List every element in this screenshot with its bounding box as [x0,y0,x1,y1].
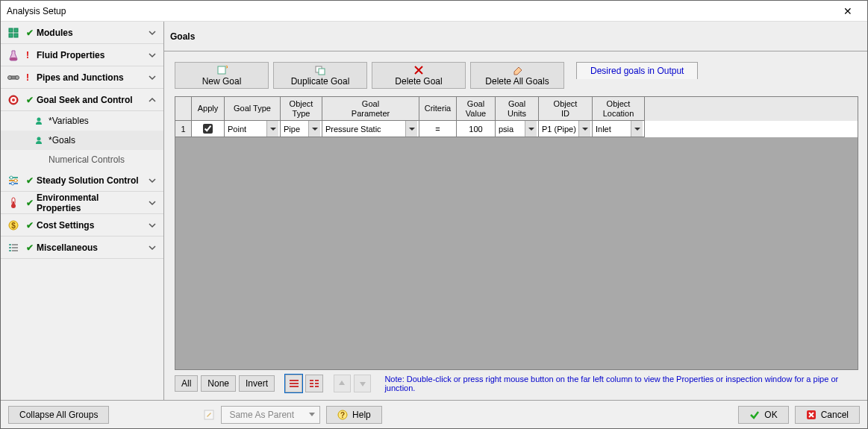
table-row[interactable]: 1 Point Pipe Pressure Static = 100 psia … [175,121,858,137]
person-icon [34,116,44,126]
chevron-down-icon [147,29,157,37]
svg-rect-34 [290,383,299,384]
svg-rect-36 [310,380,313,381]
cell-object-id[interactable]: P1 (Pipe) [539,121,593,137]
status-warning-icon: ! [26,72,31,83]
sidebar-label: Modules [37,28,141,38]
svg-text:$: $ [11,222,16,230]
sidebar-sub-goals[interactable]: *Goals [1,131,163,150]
svg-rect-0 [9,28,13,32]
selection-bar: All None Invert Note: Double-click or pr… [175,370,858,400]
sidebar-sub-label: *Goals [49,135,75,145]
svg-rect-26 [12,247,18,248]
row-number[interactable]: 1 [175,121,192,137]
status-check-icon: ✔ [26,242,31,253]
list-icon [7,241,20,254]
cell-criteria[interactable]: = [419,121,457,137]
cell-apply[interactable] [192,121,225,137]
col-header-object-id[interactable]: ObjectID [539,97,593,121]
cell-goal-units[interactable]: psia [496,121,539,137]
dropdown-button[interactable] [405,121,417,137]
chevron-down-icon [147,244,157,251]
svg-rect-25 [9,247,11,248]
select-none-button[interactable]: None [201,375,236,392]
duplicate-icon [314,65,326,75]
new-goal-button[interactable]: ✶ New Goal [175,62,269,89]
select-invert-button[interactable]: Invert [239,375,275,392]
status-check-icon: ✔ [26,220,31,231]
cell-goal-parameter[interactable]: Pressure Static [322,121,419,137]
col-header-object-location[interactable]: ObjectLocation [593,97,645,121]
dollar-icon: $ [7,219,20,232]
sidebar-sub-numerical-controls[interactable]: Numerical Controls [1,150,163,169]
sidebar: ✔ Modules ! Fluid Properties ! Pipes and… [1,22,164,400]
ok-button[interactable]: OK [738,406,788,424]
apply-checkbox[interactable] [203,124,213,134]
dropdown-button[interactable] [578,121,590,137]
grid-body: 1 Point Pipe Pressure Static = 100 psia … [175,121,858,369]
status-check-icon: ✔ [26,198,31,208]
col-header-goal-units[interactable]: GoalUnits [496,97,539,121]
svg-point-10 [37,118,41,122]
sidebar-item-modules[interactable]: ✔ Modules [1,22,163,44]
sidebar-sub-variables[interactable]: *Variables [1,111,163,131]
dropdown-button[interactable] [266,121,278,137]
svg-rect-27 [9,250,11,251]
delete-goal-button[interactable]: Delete Goal [372,62,466,89]
sidebar-item-cost-settings[interactable]: $ ✔ Cost Settings [1,214,163,237]
sidebar-item-pipes-junctions[interactable]: ! Pipes and Junctions [1,66,163,89]
grid-header-row: Apply Goal Type ObjectType GoalParameter… [175,97,858,121]
col-header-criteria[interactable]: Criteria [419,97,457,121]
target-icon [7,93,20,107]
svg-point-17 [11,182,14,185]
sidebar-sub-label: *Variables [49,116,89,126]
collapse-all-groups-button[interactable]: Collapse All Groups [8,406,109,424]
col-header-object-type[interactable]: ObjectType [281,97,322,121]
col-header-goal-value[interactable]: GoalValue [457,97,496,121]
svg-rect-41 [315,386,319,387]
main-panel: Goals ✶ New Goal Duplicate Goal Delete G… [164,22,867,400]
dropdown-button[interactable] [631,121,643,137]
chevron-down-icon [147,51,157,59]
cell-goal-type[interactable]: Point [225,121,281,137]
body: ✔ Modules ! Fluid Properties ! Pipes and… [1,22,867,400]
tab-desired-goals-output[interactable]: Desired goals in Output [576,62,698,79]
footer: Collapse All Groups Same As Parent ? Hel… [1,400,867,428]
svg-rect-3 [14,34,18,37]
sidebar-item-goal-seek-control[interactable]: ✔ Goal Seek and Control [1,89,163,111]
move-down-button[interactable] [354,375,371,392]
same-as-parent-dropdown[interactable]: Same As Parent [221,406,320,424]
sidebar-label: Pipes and Junctions [37,72,141,83]
check-icon [749,410,760,420]
sidebar-item-fluid-properties[interactable]: ! Fluid Properties [1,44,163,66]
help-button[interactable]: ? Help [326,406,382,424]
chevron-down-icon [147,74,157,81]
cancel-button[interactable]: Cancel [795,406,860,424]
sidebar-label: Miscellaneous [37,242,141,253]
col-header-apply[interactable]: Apply [192,97,225,121]
dropdown-button[interactable] [525,121,537,137]
dropdown-button[interactable] [308,121,320,137]
move-up-button[interactable] [334,375,351,392]
view-mode-1-button[interactable] [285,375,302,392]
col-header-goal-parameter[interactable]: GoalParameter [322,97,419,121]
cell-object-type[interactable]: Pipe [281,121,322,137]
svg-point-5 [8,75,12,79]
svg-rect-32 [319,69,325,75]
select-all-button[interactable]: All [175,375,198,392]
sidebar-item-miscellaneous[interactable]: ✔ Miscellaneous [1,237,163,259]
close-button[interactable]: ✕ [833,1,863,21]
goals-grid: Apply Goal Type ObjectType GoalParameter… [175,96,858,370]
cell-object-location[interactable]: Inlet [593,121,645,137]
view-mode-2-button[interactable] [305,375,322,392]
status-check-icon: ✔ [26,175,31,186]
delete-all-goals-button[interactable]: Delete All Goals [470,62,564,89]
col-header-rownum[interactable] [175,97,192,121]
col-header-goal-type[interactable]: Goal Type [225,97,281,121]
chevron-down-icon [147,222,157,229]
duplicate-goal-button[interactable]: Duplicate Goal [273,62,367,89]
cell-goal-value[interactable]: 100 [457,121,496,137]
svg-point-11 [37,137,41,141]
sidebar-item-environmental[interactable]: ✔ Environmental Properties [1,192,163,214]
sidebar-item-steady-solution[interactable]: ✔ Steady Solution Control [1,169,163,192]
